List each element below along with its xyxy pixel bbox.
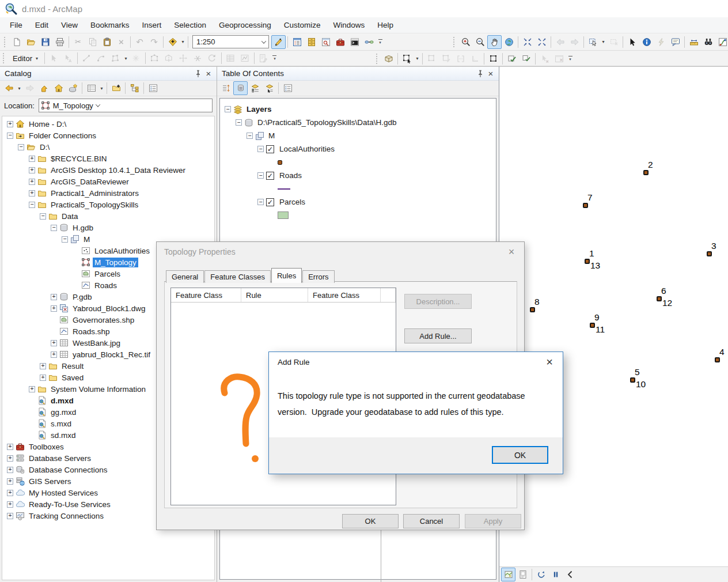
open-icon[interactable] — [24, 35, 38, 49]
catalog-item-data[interactable]: −Data — [2, 210, 214, 222]
point-symbol-swatch[interactable] — [278, 160, 282, 165]
close-icon[interactable]: × — [542, 354, 557, 369]
topology-edit-tool-dropdown-icon[interactable]: ▾ — [414, 52, 420, 66]
catalog-item-practical1-administrators[interactable]: +Practical1_Administrators — [2, 187, 214, 199]
expand-icon[interactable]: + — [7, 513, 13, 519]
collapse-icon[interactable]: − — [62, 236, 68, 243]
catalog-item-d[interactable]: −D:\ — [2, 141, 214, 153]
zoom-out-icon[interactable] — [473, 35, 487, 49]
description-button[interactable]: Description... — [404, 294, 472, 309]
menu-windows[interactable]: Windows — [327, 17, 371, 33]
catalog-item-home-d[interactable]: +Home - D:\ — [2, 118, 214, 130]
tab-errors[interactable]: Errors — [302, 270, 334, 283]
options-icon[interactable] — [146, 81, 160, 95]
select-elements-icon[interactable] — [625, 35, 639, 49]
layout-view-icon[interactable] — [515, 568, 530, 581]
apply-button[interactable]: Apply — [465, 514, 521, 528]
expand-icon[interactable]: + — [7, 444, 13, 450]
options-icon[interactable] — [280, 81, 295, 95]
html-popup-icon[interactable] — [668, 35, 682, 49]
back-history-dropdown-icon[interactable]: ▾ — [16, 81, 22, 95]
new-map-icon[interactable] — [9, 35, 24, 49]
column-header-blank[interactable] — [381, 288, 396, 302]
column-header-feature-class[interactable]: Feature Class — [308, 288, 381, 302]
data-view-icon[interactable] — [501, 568, 515, 581]
delete-icon[interactable]: × — [114, 35, 128, 49]
toc-item-roads[interactable]: −✓Roads — [220, 169, 496, 182]
collapse-icon[interactable]: − — [18, 144, 24, 150]
show-shared-features-icon[interactable] — [453, 52, 468, 66]
editor-sketch-icon[interactable] — [271, 35, 286, 49]
cancel-button[interactable]: Cancel — [403, 514, 460, 528]
validate-topology-in-area-icon[interactable] — [505, 52, 519, 66]
pin-icon[interactable] — [193, 69, 203, 79]
catalog-item-practical5-topologyskills[interactable]: −Practical5_TopologySkills — [2, 199, 214, 210]
add-data-icon[interactable] — [165, 35, 180, 49]
previous-extent-icon[interactable] — [563, 568, 577, 581]
cut-polygons-icon[interactable] — [162, 51, 176, 65]
toggle-contents-window-icon[interactable] — [127, 81, 142, 95]
contents-view-dropdown-icon[interactable]: ▾ — [98, 81, 105, 95]
collapse-icon[interactable]: − — [7, 133, 13, 139]
close-icon[interactable]: × — [486, 69, 496, 79]
python-window-icon[interactable] — [347, 35, 362, 49]
hyperlink-icon[interactable] — [654, 35, 668, 49]
column-header-feature-class[interactable]: Feature Class — [171, 288, 241, 302]
pause-drawing-icon[interactable] — [548, 568, 563, 581]
expand-icon[interactable]: + — [51, 352, 57, 358]
close-icon[interactable]: × — [505, 245, 518, 258]
menu-edit[interactable]: Edit — [29, 17, 55, 33]
catalog-item-recycle-bin[interactable]: +$RECYCLE.BIN — [2, 153, 214, 164]
collapse-icon[interactable]: − — [247, 133, 253, 139]
contents-view-icon[interactable] — [84, 81, 98, 95]
expand-icon[interactable]: + — [29, 190, 35, 196]
trace-tool-icon[interactable] — [108, 51, 123, 65]
menu-file[interactable]: File — [3, 17, 29, 33]
menu-geoprocessing[interactable]: Geoprocessing — [213, 17, 278, 33]
collapse-icon[interactable]: − — [40, 213, 46, 220]
expand-icon[interactable]: + — [29, 386, 35, 392]
generalize-edge-icon[interactable] — [468, 52, 482, 66]
construction-tools-dropdown-icon[interactable]: ▾ — [123, 51, 129, 65]
map-scale-combo[interactable]: 1:250 — [192, 35, 269, 48]
find-route-icon[interactable] — [715, 35, 728, 49]
table-of-contents-window-icon[interactable] — [290, 35, 304, 49]
collapse-icon[interactable]: − — [225, 106, 231, 112]
copy-icon[interactable] — [85, 35, 100, 49]
topology-toolbar-options-icon[interactable]: ▾ — [566, 52, 574, 66]
close-icon[interactable]: × — [203, 69, 214, 79]
ok-button[interactable]: OK — [342, 514, 399, 528]
menu-insert[interactable]: Insert — [136, 17, 168, 33]
collapse-icon[interactable]: − — [236, 119, 242, 126]
default-geodatabase-icon[interactable] — [66, 81, 80, 95]
home-folder-icon[interactable] — [51, 81, 66, 95]
expand-icon[interactable]: + — [7, 121, 13, 127]
add-data-dropdown-icon[interactable]: ▾ — [180, 35, 186, 49]
point-at-intersection-icon[interactable] — [129, 51, 143, 65]
expand-icon[interactable]: + — [29, 167, 35, 173]
pan-icon[interactable] — [487, 35, 502, 49]
expand-icon[interactable]: + — [7, 455, 13, 462]
endpoint-arc-segment-icon[interactable] — [94, 51, 108, 65]
column-header-rule[interactable]: Rule — [241, 288, 308, 302]
zoom-in-icon[interactable] — [458, 35, 473, 49]
reshape-feature-icon[interactable] — [147, 51, 162, 65]
add-rule-button[interactable]: Add Rule... — [404, 328, 472, 343]
identify-icon[interactable] — [639, 35, 654, 49]
validate-topology-in-extent-icon[interactable] — [519, 52, 533, 66]
toc-item-localauthorities[interactable]: −✓LocalAuthorities — [220, 142, 496, 156]
list-by-selection-icon[interactable] — [262, 81, 276, 95]
expand-icon[interactable]: + — [40, 363, 46, 369]
toc-item-m[interactable]: −M — [220, 129, 496, 142]
edit-tool-icon[interactable] — [47, 51, 61, 65]
fix-topology-error-tool-icon[interactable] — [537, 52, 552, 66]
expand-icon[interactable]: + — [51, 294, 57, 300]
clear-selected-features-icon[interactable] — [606, 35, 621, 49]
location-combo-arrow-icon[interactable] — [93, 99, 103, 112]
forward-icon[interactable] — [22, 81, 37, 95]
map-scale-dropdown-icon[interactable] — [259, 36, 268, 48]
collapse-icon[interactable]: − — [257, 172, 264, 179]
line-symbol-swatch[interactable] — [278, 188, 290, 190]
expand-icon[interactable]: + — [7, 467, 13, 473]
catalog-item-arcgis-datareviewer[interactable]: +ArcGIS_DataReviewer — [2, 176, 214, 187]
